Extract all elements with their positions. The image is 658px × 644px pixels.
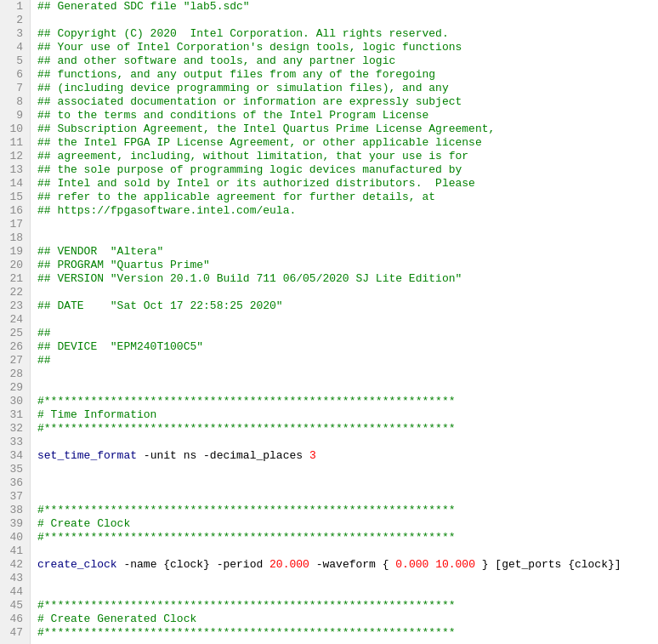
code-line: ## Intel and sold by Intel or its author… bbox=[37, 177, 651, 191]
line-number: 16 bbox=[7, 204, 23, 218]
line-number: 15 bbox=[7, 191, 23, 204]
line-number: 17 bbox=[7, 218, 23, 231]
line-number: 24 bbox=[7, 313, 23, 327]
code-line: ## associated documentation or informati… bbox=[37, 95, 651, 109]
line-number: 27 bbox=[7, 354, 23, 368]
code-line: #***************************************… bbox=[37, 531, 651, 544]
line-number: 22 bbox=[7, 286, 23, 299]
line-number: 45 bbox=[7, 599, 23, 613]
line-number: 5 bbox=[7, 54, 23, 68]
code-line bbox=[37, 572, 651, 585]
code-line bbox=[37, 218, 651, 231]
line-number: 9 bbox=[7, 109, 23, 123]
code-line: ## the Intel FPGA IP License Agreement, … bbox=[37, 136, 651, 150]
code-line: ## bbox=[37, 354, 651, 368]
code-line: # Create Generated Clock bbox=[37, 613, 651, 626]
code-line bbox=[37, 231, 651, 245]
line-number: 3 bbox=[7, 27, 23, 41]
line-number: 12 bbox=[7, 150, 23, 163]
line-number: 20 bbox=[7, 259, 23, 272]
code-line: ## agreement, including, without limitat… bbox=[37, 150, 651, 163]
line-number: 18 bbox=[7, 231, 23, 245]
line-number: 8 bbox=[7, 95, 23, 109]
line-number: 30 bbox=[7, 395, 23, 408]
line-number: 36 bbox=[7, 476, 23, 490]
code-line: ## Subscription Agreement, the Intel Qua… bbox=[37, 123, 651, 136]
line-number: 39 bbox=[7, 517, 23, 531]
code-line: ## DATE "Sat Oct 17 22:58:25 2020" bbox=[37, 299, 651, 313]
code-line: ## and other software and tools, and any… bbox=[37, 54, 651, 68]
line-number: 41 bbox=[7, 544, 23, 558]
line-number: 40 bbox=[7, 531, 23, 544]
code-line bbox=[37, 490, 651, 504]
line-number: 31 bbox=[7, 408, 23, 422]
line-number: 6 bbox=[7, 68, 23, 82]
code-line: ## Copyright (C) 2020 Intel Corporation.… bbox=[37, 27, 651, 41]
code-line: ## Your use of Intel Corporation's desig… bbox=[37, 41, 651, 54]
line-number: 28 bbox=[7, 368, 23, 381]
line-number: 13 bbox=[7, 163, 23, 177]
line-number: 33 bbox=[7, 436, 23, 449]
code-line: ## the sole purpose of programming logic… bbox=[37, 163, 651, 177]
code-line bbox=[37, 544, 651, 558]
line-number: 32 bbox=[7, 422, 23, 436]
code-line: #***************************************… bbox=[37, 395, 651, 408]
line-number: 38 bbox=[7, 504, 23, 517]
code-line bbox=[37, 286, 651, 299]
code-line bbox=[37, 476, 651, 490]
line-number: 47 bbox=[7, 626, 23, 640]
code-line: ## Generated SDC file "lab5.sdc" bbox=[37, 0, 651, 14]
line-number: 42 bbox=[7, 558, 23, 572]
line-number: 14 bbox=[7, 177, 23, 191]
line-number: 35 bbox=[7, 463, 23, 476]
line-number: 7 bbox=[7, 82, 23, 95]
code-line: ## refer to the applicable agreement for… bbox=[37, 191, 651, 204]
code-line bbox=[37, 381, 651, 395]
code-line bbox=[37, 585, 651, 599]
code-line: ## VENDOR "Altera" bbox=[37, 245, 651, 259]
line-number: 44 bbox=[7, 585, 23, 599]
code-line bbox=[37, 14, 651, 27]
code-line: ## DEVICE "EPM240T100C5" bbox=[37, 340, 651, 354]
line-number: 2 bbox=[7, 14, 23, 27]
code-line: ## https://fpgasoftware.intel.com/eula. bbox=[37, 204, 651, 218]
code-line: ## functions, and any output files from … bbox=[37, 68, 651, 82]
code-line: # Time Information bbox=[37, 408, 651, 422]
code-line bbox=[37, 313, 651, 327]
line-number: 37 bbox=[7, 490, 23, 504]
code-line bbox=[37, 436, 651, 449]
line-number: 1 bbox=[7, 0, 23, 14]
line-numbers: 1234567891011121314151617181920212223242… bbox=[0, 0, 31, 644]
line-number: 25 bbox=[7, 327, 23, 340]
code-area[interactable]: ## Generated SDC file "lab5.sdc" ## Copy… bbox=[31, 0, 658, 644]
code-line: set_time_format -unit ns -decimal_places… bbox=[37, 449, 651, 463]
line-number: 4 bbox=[7, 41, 23, 54]
code-line: # Create Clock bbox=[37, 517, 651, 531]
code-line: #***************************************… bbox=[37, 599, 651, 613]
code-line bbox=[37, 368, 651, 381]
code-line: ## to the terms and conditions of the In… bbox=[37, 109, 651, 123]
code-line bbox=[37, 463, 651, 476]
code-line: #***************************************… bbox=[37, 626, 651, 640]
line-number: 29 bbox=[7, 381, 23, 395]
code-line: #***************************************… bbox=[37, 504, 651, 517]
line-number: 10 bbox=[7, 123, 23, 136]
code-line: ## bbox=[37, 327, 651, 340]
code-line: ## PROGRAM "Quartus Prime" bbox=[37, 259, 651, 272]
line-number: 19 bbox=[7, 245, 23, 259]
code-line: ## (including device programming or simu… bbox=[37, 82, 651, 95]
line-number: 21 bbox=[7, 272, 23, 286]
line-number: 11 bbox=[7, 136, 23, 150]
line-number: 23 bbox=[7, 299, 23, 313]
line-number: 43 bbox=[7, 572, 23, 585]
editor-container: 1234567891011121314151617181920212223242… bbox=[0, 0, 658, 644]
line-number: 34 bbox=[7, 449, 23, 463]
code-line: ## VERSION "Version 20.1.0 Build 711 06/… bbox=[37, 272, 651, 286]
line-number: 26 bbox=[7, 340, 23, 354]
code-line: create_clock -name {clock} -period 20.00… bbox=[37, 558, 651, 572]
line-number: 46 bbox=[7, 613, 23, 626]
code-line: #***************************************… bbox=[37, 422, 651, 436]
